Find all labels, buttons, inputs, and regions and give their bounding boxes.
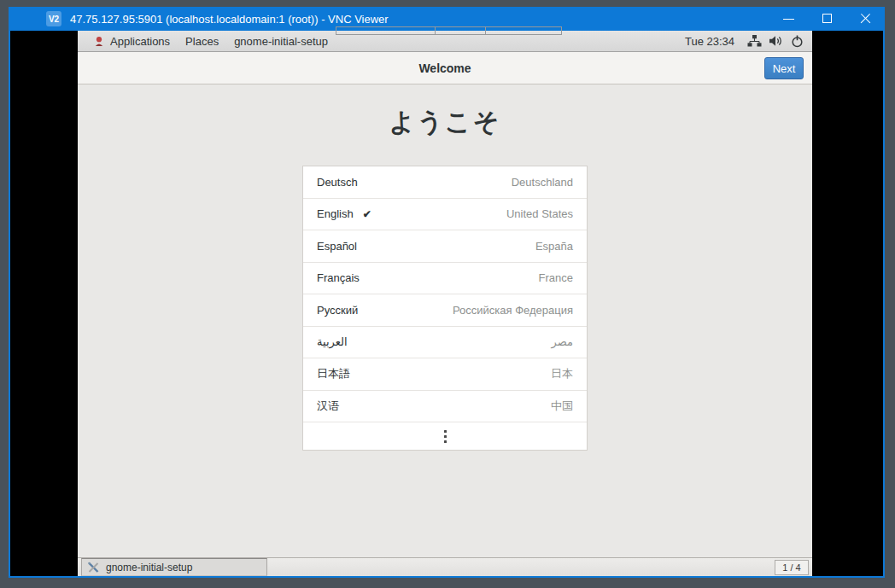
language-row-deutsch[interactable]: Deutsch Deutschland [303,166,587,199]
setup-body: ようこそ Deutsch Deutschland English ✔ Unite… [78,84,812,557]
page-title: Welcome [418,61,471,75]
language-row-chinese[interactable]: 汉语 中国 [303,391,587,423]
volume-icon[interactable] [769,35,783,47]
language-name: Français [317,271,360,284]
window-title: 47.75.127.95:5901 (localhost.localdomain… [70,13,389,26]
minimize-icon [783,19,794,20]
selected-check-icon: ✔ [363,208,371,220]
language-region: مصر [552,335,573,348]
welcome-heading: ようこそ [389,105,501,140]
tools-icon [87,562,100,573]
toolbar-divider [435,27,436,34]
clock[interactable]: Tue 23:34 [685,35,740,48]
more-languages-icon [444,435,447,438]
maximize-icon [822,14,832,23]
language-row-espanol[interactable]: Español España [303,230,587,263]
taskbar-item-gnome-initial-setup[interactable]: gnome-initial-setup [81,558,267,576]
power-icon[interactable] [791,35,804,48]
places-menu-label: Places [185,35,219,48]
language-name: العربية [317,335,348,348]
taskbar: gnome-initial-setup 1 / 4 [78,557,812,576]
active-app-menu-label: gnome-initial-setup [234,35,328,48]
toolbar-divider [485,27,486,34]
language-region: España [535,240,573,253]
network-icon[interactable] [747,35,762,47]
remote-desktop: Applications Places gnome-initial-setup … [78,31,812,576]
language-name: 汉语 [317,399,339,414]
workspace-pager[interactable]: 1 / 4 [775,560,809,575]
next-button[interactable]: Next [764,57,804,79]
maximize-button[interactable] [808,7,846,31]
language-region: 中国 [551,399,573,414]
close-button[interactable] [846,7,885,31]
applications-menu[interactable]: Applications [86,35,178,48]
language-region: United States [506,207,573,220]
language-region: Deutschland [512,176,573,189]
language-name: Español [317,240,357,253]
language-row-arabic[interactable]: العربية مصر [303,327,587,359]
language-name: Deutsch [317,176,358,189]
more-languages-button[interactable] [303,422,587,450]
places-menu[interactable]: Places [178,35,226,48]
vnc-remote-screen: Applications Places gnome-initial-setup … [10,31,883,576]
language-name: English [317,207,354,220]
language-list: Deutsch Deutschland English ✔ United Sta… [302,166,588,451]
vnc-viewer-window: V2 47.75.127.95:5901 (localhost.localdom… [9,7,885,578]
minimize-button[interactable] [769,7,808,31]
language-row-japanese[interactable]: 日本語 日本 [303,358,587,391]
initial-setup-window: Welcome Next ようこそ Deutsch Deutschland En… [78,52,812,557]
language-row-english[interactable]: English ✔ United States [303,199,587,231]
topbar-status-area: Tue 23:34 [685,35,804,48]
active-app-menu[interactable]: gnome-initial-setup [226,35,336,48]
window-controls [769,7,885,31]
language-region: 日本 [551,366,573,381]
setup-headerbar: Welcome Next [78,52,812,84]
applications-menu-label: Applications [110,35,170,48]
language-region: Российская Федерация [453,304,573,317]
language-row-francais[interactable]: Français France [303,263,587,295]
vnc-toolbar-peek[interactable] [336,26,562,35]
vnc-logo-icon: V2 [46,11,61,26]
language-row-russian[interactable]: Русский Российская Федерация [303,294,587,327]
applications-menu-icon [94,36,104,47]
language-name: Русский [317,304,358,317]
language-name: 日本語 [317,366,350,381]
taskbar-item-label: gnome-initial-setup [106,562,192,573]
language-region: France [539,271,573,284]
